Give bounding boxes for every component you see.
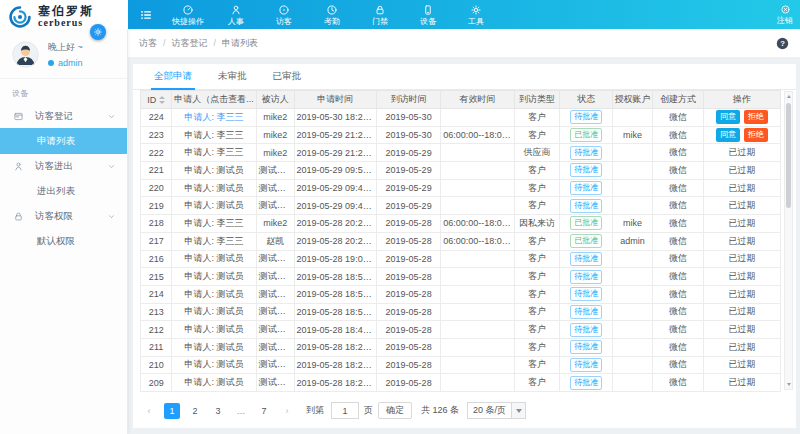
- nav-item-hr[interactable]: 人事: [212, 0, 260, 29]
- inout-icon: [13, 161, 24, 172]
- cell-auth-account: [613, 285, 653, 303]
- help-button[interactable]: ?: [776, 37, 789, 50]
- cell-apply-time: 2019-05-29 09:48:57: [294, 197, 377, 215]
- reject-button[interactable]: 拒绝: [744, 128, 768, 142]
- page-button-active[interactable]: 1: [164, 403, 180, 419]
- nav-item-label: 快捷操作: [172, 17, 204, 26]
- status-badge: 待批准: [570, 270, 602, 284]
- page-button[interactable]: 7: [256, 403, 272, 419]
- tab-approved[interactable]: 已审批: [260, 64, 315, 89]
- scroll-down-arrow-icon[interactable]: [785, 380, 792, 389]
- nav-item-attendance[interactable]: 考勤: [308, 0, 356, 29]
- approve-button[interactable]: 同意: [716, 110, 740, 124]
- prev-page-button[interactable]: ‹: [141, 403, 157, 419]
- cell-applicant: 申请人: 测试员: [172, 321, 256, 339]
- cell-valid-time: 06:00:00--18:00:00: [441, 126, 515, 144]
- sidebar-item-inout-list[interactable]: 进出列表: [0, 178, 127, 204]
- cell-id: 209: [141, 374, 172, 392]
- sidebar-subitem-label: 进出列表: [37, 185, 75, 198]
- page-size-select[interactable]: 20 条/页: [467, 402, 526, 419]
- svg-text:?: ?: [780, 39, 785, 48]
- breadcrumb-item[interactable]: 访客: [139, 37, 157, 50]
- nav-item-device[interactable]: 设备: [404, 0, 452, 29]
- cell-operation: 已过期: [704, 144, 781, 162]
- reject-button[interactable]: 拒绝: [744, 110, 768, 124]
- door-lock-icon: [374, 4, 386, 16]
- applicant-text: 申请人: 测试员: [185, 183, 244, 193]
- cell-visitee: 测试人员...: [256, 250, 294, 268]
- sidebar-item-apply-list[interactable]: 申请列表: [0, 128, 127, 154]
- sort-icon[interactable]: [159, 96, 165, 104]
- nav-item-visitor[interactable]: 访客: [260, 0, 308, 29]
- cell-visit-type: 客户: [514, 197, 559, 215]
- avatar[interactable]: [12, 41, 39, 68]
- applicant-text: 申请人: 测试员: [185, 289, 244, 299]
- menu-toggle-button[interactable]: [128, 0, 164, 29]
- nav-item-tools[interactable]: 工具: [452, 0, 500, 29]
- breadcrumb-separator: /: [163, 38, 166, 48]
- applicant-text: 申请人: 测试员: [185, 377, 244, 387]
- confirm-button[interactable]: 确定: [378, 402, 412, 419]
- table-row: 212 申请人: 测试员 测试人员... 2019-05-28 18:44:01…: [141, 321, 781, 339]
- register-icon: [13, 111, 24, 122]
- cell-id: 223: [141, 126, 172, 144]
- settings-button[interactable]: [90, 24, 106, 40]
- page-button[interactable]: 3: [210, 403, 226, 419]
- breadcrumb-item[interactable]: 申请列表: [222, 37, 258, 50]
- tab-pending[interactable]: 未审批: [205, 64, 260, 89]
- breadcrumb-item[interactable]: 访客登记: [172, 37, 208, 50]
- nav-item-access[interactable]: 门禁: [356, 0, 404, 29]
- total-count: 共 126 条: [421, 404, 459, 417]
- table-row: 222 申请人: 李三三 mike2 2019-05-29 21:27:47 2…: [141, 144, 781, 162]
- cell-apply-time: 2019-05-28 18:21:30: [294, 374, 377, 392]
- nav-item-quick-actions[interactable]: 快捷操作: [164, 0, 212, 29]
- nav-item-label: 设备: [420, 17, 436, 26]
- scrollbar-thumb[interactable]: [786, 103, 791, 208]
- breadcrumb-bar: 访客/访客登记/申请列表 ?: [128, 29, 800, 57]
- logout-button[interactable]: 注销: [777, 0, 793, 29]
- page-jump-input[interactable]: [331, 402, 359, 419]
- status-badge: 待批准: [570, 287, 602, 301]
- sidebar-section-label: 设备: [0, 79, 127, 104]
- cell-create-method: 微信: [652, 250, 703, 268]
- table-scrollbar[interactable]: [784, 91, 793, 390]
- sidebar-menu: 访客登记 申请列表 访客进出 进出列表 访客权限 默认权限: [0, 104, 127, 254]
- cell-applicant: 申请人: 测试员: [172, 303, 256, 321]
- cell-applicant: 申请人: 李三三: [172, 109, 256, 127]
- cell-visit-time: 2019-05-29: [377, 144, 441, 162]
- sidebar-item-default-permission[interactable]: 默认权限: [0, 228, 127, 254]
- chevron-down-icon: [107, 112, 116, 121]
- applicant-link[interactable]: 申请人: 李三三: [185, 112, 244, 122]
- cell-create-method: 微信: [652, 197, 703, 215]
- approve-button[interactable]: 同意: [716, 128, 740, 142]
- tabs: 全部申请未审批已审批: [133, 64, 796, 90]
- table-row: 223 申请人: 李三三 mike2 2019-05-29 21:28:20 2…: [141, 126, 781, 144]
- tab-all[interactable]: 全部申请: [141, 64, 205, 89]
- sidebar-item-visitor-register[interactable]: 访客登记: [0, 104, 127, 128]
- cell-create-method: 微信: [652, 215, 703, 233]
- page-button[interactable]: 2: [187, 403, 203, 419]
- cell-auth-account: mike: [613, 215, 653, 233]
- table-row: 215 申请人: 测试员 测试人员... 2019-05-28 18:59:08…: [141, 268, 781, 286]
- cell-status: 待批准: [560, 144, 613, 162]
- sidebar-item-visitor-permission[interactable]: 访客权限: [0, 204, 127, 228]
- cell-id: 224: [141, 109, 172, 127]
- table-body: 224 申请人: 李三三 mike2 2019-05-30 18:21:05 2…: [141, 109, 781, 392]
- column-header: 申请人（点击查看...: [172, 91, 256, 109]
- status-badge: 待批准: [570, 199, 602, 213]
- sidebar-item-visitor-inout[interactable]: 访客进出: [0, 154, 127, 178]
- cell-status: 待批准: [560, 250, 613, 268]
- cell-visit-type: 供应商: [514, 144, 559, 162]
- next-page-button[interactable]: ›: [279, 403, 295, 419]
- cell-apply-time: 2019-05-28 19:00:12: [294, 250, 377, 268]
- scroll-up-arrow-icon[interactable]: [785, 92, 792, 101]
- cell-visit-time: 2019-05-28: [377, 374, 441, 392]
- main-content: 全部申请未审批已审批 ID申请人（点击查看...被访人申请时间到访时间有效时间到…: [128, 57, 800, 434]
- table-row: 214 申请人: 测试员 测试人员... 2019-05-28 18:53:38…: [141, 285, 781, 303]
- cell-visitee: 测试人员...: [256, 303, 294, 321]
- clock-icon: [326, 4, 338, 16]
- cell-operation: 已过期: [704, 215, 781, 233]
- table-row: 209 申请人: 测试员 测试人员... 2019-05-28 18:21:30…: [141, 374, 781, 392]
- applicant-text: 申请人: 测试员: [185, 324, 244, 334]
- status-badge: 待批准: [570, 305, 602, 319]
